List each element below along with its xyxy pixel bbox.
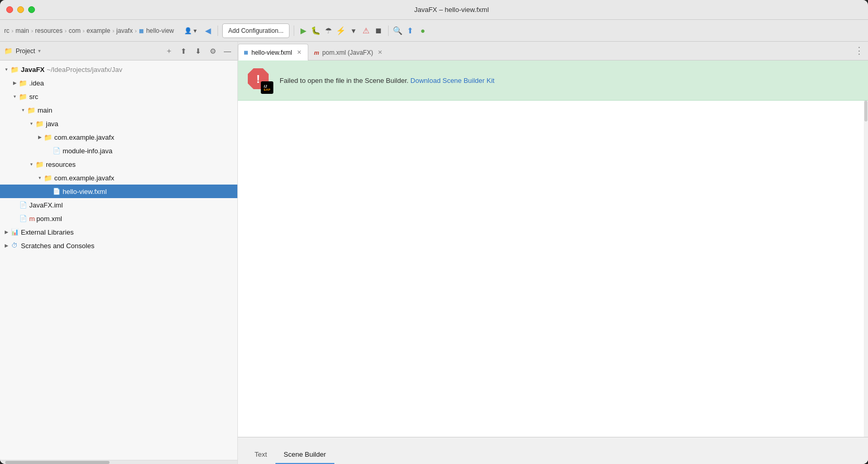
sidebar-align-bottom-button[interactable]: ⬇	[192, 45, 204, 57]
breadcrumb-hello-view[interactable]: hello-view	[146, 27, 174, 34]
sidebar-close-button[interactable]: —	[222, 45, 233, 57]
run-coverage-button[interactable]: ☂	[323, 26, 334, 36]
folder-icon-idea: 📁	[19, 79, 27, 87]
back-arrow-icon[interactable]: ◀	[203, 26, 213, 36]
error-icon-container: ! IJ EAP	[246, 67, 273, 94]
tree-item-external-libs[interactable]: ▶ 📊 External Libraries	[0, 225, 237, 239]
tree-arrow-src: ▾	[10, 92, 19, 101]
tree-item-resources[interactable]: ▾ 📁 resources	[0, 157, 237, 171]
search-icon[interactable]: 🔍	[393, 26, 403, 36]
sidebar-title: Project	[16, 47, 35, 55]
breadcrumb-sep4: ›	[82, 28, 85, 34]
tree-item-pom-xml[interactable]: 📄 m pom.xml	[0, 212, 237, 225]
bottom-tab-text-label: Text	[255, 450, 267, 458]
color-picker-icon[interactable]: ●	[418, 26, 428, 36]
tab-hello-view-fxml[interactable]: ◼ hello-view.fxml ✕	[238, 44, 308, 60]
bottom-tab-scene-builder[interactable]: Scene Builder	[275, 445, 334, 464]
tree-item-hello-view-fxml[interactable]: 📄 hello-view.fxml	[0, 185, 237, 198]
sidebar-scrollbar-thumb	[5, 461, 110, 464]
tree-arrow-external-libs: ▶	[2, 228, 10, 236]
debug-button[interactable]: 🐛	[311, 26, 321, 36]
breadcrumb-example[interactable]: example	[87, 27, 110, 34]
tree-arrow-com-example-res: ▾	[35, 174, 44, 182]
sidebar-scrollbar[interactable]	[0, 460, 237, 464]
editor-area[interactable]	[238, 101, 868, 437]
tree-label-com-example: com.example.javafx	[54, 133, 114, 141]
tree-item-idea[interactable]: ▶ 📁 .idea	[0, 76, 237, 90]
breadcrumb-rc[interactable]: rc	[4, 27, 9, 34]
tree-item-scratches[interactable]: ▶ ⏱ Scratches and Consoles	[0, 239, 237, 252]
breadcrumb-sep3: ›	[65, 28, 67, 34]
tree-label-module-info: module-info.java	[63, 147, 112, 155]
user-icon-button[interactable]: 👤 ▾	[180, 23, 201, 38]
breadcrumb-file-icon: ◼	[139, 27, 144, 34]
sidebar-align-top-button[interactable]: ⬆	[178, 45, 189, 57]
tab-fxml-icon: ◼	[244, 49, 248, 56]
tree-label-src: src	[29, 93, 38, 101]
tab-pom-xml-label: pom.xml (JavaFX)	[322, 49, 373, 56]
main-window: JavaFX – hello-view.fxml rc › main › res…	[0, 0, 868, 464]
breadcrumb-javafx[interactable]: javafx	[116, 27, 132, 34]
breadcrumb: rc › main › resources › com › example › …	[4, 27, 174, 34]
icon-external-libs: 📊	[10, 228, 19, 236]
titlebar: JavaFX – hello-view.fxml	[0, 0, 868, 20]
breadcrumb-sep2: ›	[31, 28, 33, 34]
folder-icon-javafx: 📁	[10, 65, 19, 74]
sidebar-settings-button[interactable]: ⚙	[207, 45, 219, 57]
tree-item-javafx-iml[interactable]: 📄 JavaFX.iml	[0, 198, 237, 212]
bottom-tab-scene-builder-label: Scene Builder	[284, 450, 326, 458]
tab-pom-xml[interactable]: m pom.xml (JavaFX) ✕	[308, 44, 389, 60]
run-button[interactable]: ▶	[298, 26, 309, 36]
user-icon: 👤	[184, 27, 192, 34]
ij-badge: IJ EAP	[261, 81, 273, 94]
sidebar-tree: ▾ 📁 JavaFX ~/IdeaProjects/javafx/Jav ▶ 📁…	[0, 60, 237, 460]
tab-maven-icon: m	[314, 50, 319, 56]
toolbar: rc › main › resources › com › example › …	[0, 20, 868, 42]
sidebar-add-button[interactable]: ＋	[163, 45, 175, 57]
profile-button[interactable]: ⚡	[336, 26, 346, 36]
tree-item-com-example[interactable]: ▶ 📁 com.example.javafx	[0, 130, 237, 144]
breadcrumb-main[interactable]: main	[16, 27, 29, 34]
tree-item-module-info[interactable]: 📄 module-info.java	[0, 144, 237, 157]
tree-label-java: java	[46, 120, 58, 128]
stop-button[interactable]: ⏹	[373, 26, 384, 36]
breadcrumb-resources[interactable]: resources	[35, 27, 63, 34]
warning-icon[interactable]: ⚠	[361, 26, 371, 36]
breadcrumb-com[interactable]: com	[69, 27, 81, 34]
tree-label-javafx-iml: JavaFX.iml	[29, 201, 63, 209]
sidebar-dropdown-icon: ▾	[38, 48, 41, 54]
add-configuration-button[interactable]: Add Configuration...	[222, 23, 289, 38]
close-button[interactable]	[6, 6, 13, 13]
upload-icon[interactable]: ⬆	[405, 26, 416, 36]
maximize-button[interactable]	[28, 6, 35, 13]
ij-eap-label: EAP	[264, 88, 270, 91]
dropdown-button[interactable]: ▾	[348, 26, 359, 36]
tree-label-pom-xml: m	[29, 215, 35, 223]
folder-icon-java: 📁	[35, 119, 44, 128]
minimize-button[interactable]	[17, 6, 24, 13]
tree-item-src[interactable]: ▾ 📁 src	[0, 90, 237, 103]
bottom-tab-text[interactable]: Text	[246, 445, 275, 464]
editor-scrollbar-vertical[interactable]	[864, 101, 868, 437]
tree-arrow-main: ▾	[19, 106, 27, 114]
tree-item-javafx-root[interactable]: ▾ 📁 JavaFX ~/IdeaProjects/javafx/Jav	[0, 63, 237, 76]
tab-hello-view-close[interactable]: ✕	[295, 49, 303, 56]
folder-icon-src: 📁	[19, 92, 27, 101]
tab-pom-xml-close[interactable]: ✕	[376, 49, 383, 56]
tree-label-external-libs: External Libraries	[21, 228, 74, 236]
tree-label-main: main	[38, 106, 52, 114]
folder-icon-resources: 📁	[35, 160, 44, 168]
tree-label-idea: .idea	[29, 79, 44, 87]
sidebar: 📁 Project ▾ ＋ ⬆ ⬇ ⚙ — ▾ 📁 JavaFX ~/IdeaP…	[0, 42, 238, 464]
tab-hello-view-label: hello-view.fxml	[251, 49, 292, 56]
tree-item-java[interactable]: ▾ 📁 java	[0, 117, 237, 130]
tree-label-hello-view: hello-view.fxml	[63, 188, 107, 196]
tree-item-main[interactable]: ▾ 📁 main	[0, 103, 237, 117]
tab-overflow-button[interactable]: ⋮	[854, 42, 868, 60]
breadcrumb-sep: ›	[11, 28, 14, 34]
tree-item-com-example-res[interactable]: ▾ 📁 com.example.javafx	[0, 171, 237, 185]
folder-icon-com-example: 📁	[44, 133, 52, 141]
download-scene-builder-link[interactable]: Download Scene Builder Kit	[411, 77, 495, 84]
error-message: Failed to open the file in the Scene Bui…	[280, 77, 495, 84]
traffic-lights	[6, 6, 35, 13]
